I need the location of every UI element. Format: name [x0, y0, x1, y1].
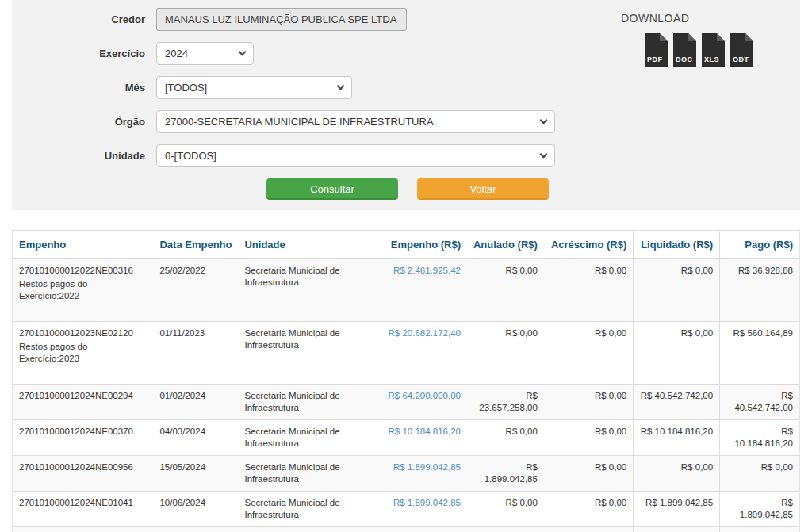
cell-pago-rs: R$ 1.899.042,85: [720, 492, 800, 527]
cell-unidade: Secretaria Municipal de Infraestrutura: [238, 385, 377, 420]
header-liquidado-rs: Liquidado (R$): [634, 231, 720, 259]
cell-pago-rs: R$ 40.542.742,00: [720, 385, 800, 420]
table-body: 270101000012022NE00316Restos pagos do Ex…: [13, 259, 800, 532]
cell-data-empenho: 10/06/2024: [153, 492, 238, 527]
consultar-button[interactable]: Consultar: [266, 178, 398, 200]
table-header-row: Empenho Data Empenho Unidade Empenho (R$…: [13, 231, 800, 259]
unidade-row: Unidade 0-[TODOS]: [12, 144, 800, 167]
exercicio-selected-value: 2024: [165, 48, 188, 59]
mes-label: Mês: [12, 82, 145, 94]
cell-unidade: Secretaria Municipal de Infraestrutura: [238, 492, 377, 527]
cell-unidade: Secretaria Municipal de Infraestrutura: [238, 322, 377, 385]
header-unidade: Unidade: [238, 231, 377, 259]
header-anulado-rs: Anulado (R$): [467, 231, 544, 259]
cell-pago-rs: R$ 0,00: [720, 527, 800, 532]
chevron-down-icon: [337, 82, 345, 90]
unidade-select[interactable]: 0-[TODOS]: [156, 144, 555, 167]
cell-anulado-rs: R$ 0,00: [467, 492, 544, 527]
cell-liquidado-rs: R$ 0,00: [634, 456, 720, 492]
unidade-label: Unidade: [12, 150, 145, 162]
cell-empenho-rs: R$ 10.184.816,20: [377, 420, 467, 456]
empenho-value-link[interactable]: R$ 10.184.816,20: [389, 427, 461, 436]
orgao-select[interactable]: 27000-SECRETARIA MUNICIPAL DE INFRAESTRU…: [156, 110, 555, 133]
empenho-number: 270101000012024NE00294: [19, 390, 147, 402]
voltar-button[interactable]: Voltar: [417, 178, 549, 200]
table-row: 270101000012024NE0037004/03/2024Secretar…: [13, 420, 800, 456]
cell-empenho-rs: R$ 1.899.042,85: [377, 456, 467, 492]
cell-empenho: 270101000012024NE00294: [13, 385, 154, 420]
mes-select[interactable]: [TODOS]: [156, 76, 352, 99]
cell-empenho: 270101000012022NE00316Restos pagos do Ex…: [13, 259, 154, 322]
chevron-down-icon: [540, 151, 548, 159]
exercicio-select[interactable]: 2024: [156, 42, 254, 65]
download-section: DOWNLOAD PDF DOC XLS ODT: [621, 12, 753, 67]
cell-empenho-rs: R$ 21.345.293,32: [377, 527, 467, 532]
cell-empenho-rs: R$ 20.682.172,40: [377, 322, 467, 385]
restos-pagos-note: Restos pagos do Exercício:2022: [19, 278, 147, 302]
header-data-empenho: Data Empenho: [153, 231, 238, 259]
cell-empenho: 270101000012024NE00370: [13, 420, 154, 456]
cell-unidade: Secretaria Municipal de Infraestrutura: [238, 420, 377, 456]
header-acrescimo-rs: Acréscimo (R$): [544, 231, 634, 259]
empenho-value-link[interactable]: R$ 1.899.042,85: [393, 462, 461, 472]
page-fold-icon: [745, 33, 753, 41]
cell-data-empenho: 01/02/2024: [153, 385, 238, 420]
page-fold-icon: [660, 33, 668, 41]
cell-anulado-rs: R$ 0,00: [467, 420, 544, 456]
cell-anulado-rs: R$ 0,00: [467, 259, 544, 322]
header-empenho-rs: Empenho (R$): [377, 231, 467, 259]
cell-liquidado-rs: R$ 10.184.816,20: [634, 420, 720, 456]
cell-data-empenho: 04/03/2024: [153, 420, 238, 456]
doc-file-icon[interactable]: DOC: [673, 33, 696, 67]
orgao-selected-value: 27000-SECRETARIA MUNICIPAL DE INFRAESTRU…: [165, 116, 434, 128]
restos-pagos-note: Restos pagos do Exercício:2023: [19, 341, 147, 365]
cell-empenho: 270101000012023NE02120Restos pagos do Ex…: [13, 322, 154, 385]
pdf-label: PDF: [647, 55, 663, 63]
cell-empenho-rs: R$ 64.200.000,00: [377, 385, 467, 420]
chevron-down-icon: [239, 48, 247, 56]
table-row: 270101000012024NE0105003/06/2024Secretar…: [13, 527, 800, 532]
cell-liquidado-rs: R$ 0,00: [634, 259, 720, 322]
pdf-file-icon[interactable]: PDF: [645, 33, 668, 67]
cell-data-empenho: 25/02/2022: [153, 259, 238, 322]
cell-acrescimo-rs: R$ 0,00: [544, 259, 634, 322]
empenho-value-link[interactable]: R$ 20.682.172,40: [389, 328, 461, 338]
chevron-down-icon: [540, 117, 548, 124]
download-title: DOWNLOAD: [621, 12, 753, 25]
cell-data-empenho: 15/05/2024: [153, 456, 238, 492]
cell-acrescimo-rs: R$ 0,00: [544, 385, 634, 420]
unidade-selected-value: 0-[TODOS]: [165, 150, 216, 162]
cell-liquidado-rs: R$ 0,00: [634, 527, 720, 532]
cell-pago-rs: R$ 560.164,89: [720, 322, 800, 385]
table-row: 270101000012024NE0029401/02/2024Secretar…: [13, 385, 800, 420]
table-row: 270101000012022NE00316Restos pagos do Ex…: [13, 259, 800, 322]
cell-pago-rs: R$ 0,00: [720, 456, 800, 492]
cell-empenho-rs: R$ 2.461.925,42: [377, 259, 467, 322]
cell-pago-rs: R$ 36.928,88: [720, 259, 800, 322]
cell-data-empenho: 03/06/2024: [153, 527, 238, 532]
cell-liquidado-rs: R$ 0,00: [634, 322, 720, 385]
filter-panel: Credor MANAUS LUZ ILUMINAÇÃO PUBLICA SPE…: [12, 0, 800, 210]
empenho-number: 270101000012022NE00316: [19, 265, 147, 277]
cell-unidade: Secretaria Municipal de Infraestrutura: [238, 456, 377, 492]
credor-field: MANAUS LUZ ILUMINAÇÃO PUBLICA SPE LTDA: [156, 8, 407, 31]
cell-pago-rs: R$ 10.184.816,20: [720, 420, 800, 456]
odt-file-icon[interactable]: ODT: [730, 33, 753, 67]
odt-label: ODT: [733, 55, 749, 63]
table-row: 270101000012024NE0095615/05/2024Secretar…: [13, 456, 800, 492]
empenho-number: 270101000012024NE01041: [19, 497, 147, 509]
cell-anulado-rs: R$ 23.657.258,00: [467, 385, 544, 420]
xls-label: XLS: [704, 55, 719, 63]
empenho-value-link[interactable]: R$ 2.461.925,42: [393, 266, 461, 275]
exercicio-label: Exercício: [12, 48, 145, 59]
xls-file-icon[interactable]: XLS: [702, 33, 725, 67]
cell-empenho: 270101000012024NE01050: [13, 527, 154, 532]
doc-label: DOC: [676, 55, 693, 63]
cell-acrescimo-rs: R$ 0,00: [544, 420, 634, 456]
credor-label: Credor: [12, 13, 145, 25]
mes-selected-value: [TODOS]: [165, 82, 207, 94]
cell-anulado-rs: R$ 21.345.293,32: [467, 527, 544, 532]
empenho-value-link[interactable]: R$ 1.899.042,85: [393, 498, 461, 507]
cell-empenho: 270101000012024NE01041: [13, 492, 154, 527]
empenho-value-link[interactable]: R$ 64.200.000,00: [389, 391, 461, 400]
